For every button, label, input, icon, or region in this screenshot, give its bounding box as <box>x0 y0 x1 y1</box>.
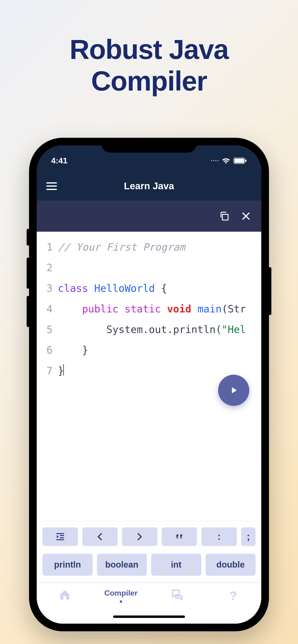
home-icon <box>59 589 71 601</box>
quote-button[interactable] <box>162 527 197 546</box>
chevron-left-icon <box>96 533 103 540</box>
word-println-button[interactable]: println <box>43 554 93 576</box>
app-header: Learn Java <box>37 172 261 200</box>
quote-icon <box>175 533 184 540</box>
code-line: 5 System.out.println("Hel <box>37 319 261 340</box>
code-line: 4 public static void main(Str <box>37 299 261 319</box>
headline-line2: Compiler <box>91 66 207 96</box>
close-icon[interactable] <box>241 212 250 221</box>
chevron-left-button[interactable] <box>82 527 118 546</box>
code-line: 3 class HelloWorld { <box>37 278 261 299</box>
word-boolean-button[interactable]: boolean <box>97 554 147 576</box>
phone-side-button <box>27 258 30 289</box>
cellular-icon <box>211 160 219 161</box>
text-cursor <box>63 364 64 376</box>
code-line: 2 <box>37 258 261 278</box>
phone-notch <box>101 138 197 152</box>
colon-button[interactable]: : <box>201 527 237 546</box>
semicolon-button[interactable]: ; <box>241 527 255 546</box>
question-icon: ? <box>229 589 237 603</box>
word-double-button[interactable]: double <box>206 554 256 576</box>
code-editor[interactable]: 1 // Your First Program 2 3 class HelloW… <box>37 232 261 521</box>
svg-rect-1 <box>234 158 244 163</box>
nav-help[interactable]: ? <box>205 589 261 603</box>
nav-home[interactable] <box>37 589 93 601</box>
home-indicator <box>113 616 185 618</box>
phone-screen: 4:41 Learn Java <box>37 146 261 624</box>
indent-button[interactable] <box>43 527 78 546</box>
line-number: 1 <box>37 237 58 258</box>
wifi-icon <box>222 158 230 164</box>
phone-side-button <box>27 229 30 246</box>
nav-active-indicator <box>120 600 122 603</box>
word-keyboard-row: println boolean int double <box>37 550 261 583</box>
run-button[interactable] <box>218 375 249 406</box>
symbol-keyboard-row: : ; <box>37 521 261 550</box>
menu-icon[interactable] <box>46 182 57 190</box>
word-int-button[interactable]: int <box>151 554 201 576</box>
code-line: 6 } <box>37 340 261 360</box>
chat-icon <box>171 589 183 601</box>
phone-side-button <box>27 296 30 327</box>
line-number: 4 <box>37 299 58 319</box>
chevron-right-icon <box>136 533 143 540</box>
nav-compiler[interactable]: Compiler <box>93 589 149 603</box>
status-icons <box>211 158 247 164</box>
app-title: Learn Java <box>37 181 261 192</box>
phone-frame: 4:41 Learn Java <box>29 138 269 631</box>
headline-line1: Robust Java <box>70 34 228 65</box>
phone-side-button <box>268 267 271 315</box>
indent-icon <box>55 533 65 540</box>
svg-rect-3 <box>222 214 228 220</box>
line-number: 2 <box>37 258 58 278</box>
play-icon <box>228 385 239 396</box>
status-time: 4:41 <box>51 156 67 165</box>
line-number: 5 <box>37 319 58 340</box>
bottom-nav: Compiler ? <box>37 583 261 624</box>
nav-compiler-label: Compiler <box>104 589 138 598</box>
nav-chat[interactable] <box>149 589 205 601</box>
svg-rect-2 <box>245 160 246 162</box>
editor-toolbar <box>37 200 261 232</box>
chevron-right-button[interactable] <box>122 527 158 546</box>
code-line: 1 // Your First Program <box>37 237 261 258</box>
line-number: 7 <box>37 360 58 381</box>
battery-icon <box>233 158 247 164</box>
promo-headline: Robust Java Compiler <box>70 34 228 97</box>
line-number: 3 <box>37 278 58 299</box>
copy-icon[interactable] <box>219 211 229 222</box>
line-number: 6 <box>37 340 58 360</box>
